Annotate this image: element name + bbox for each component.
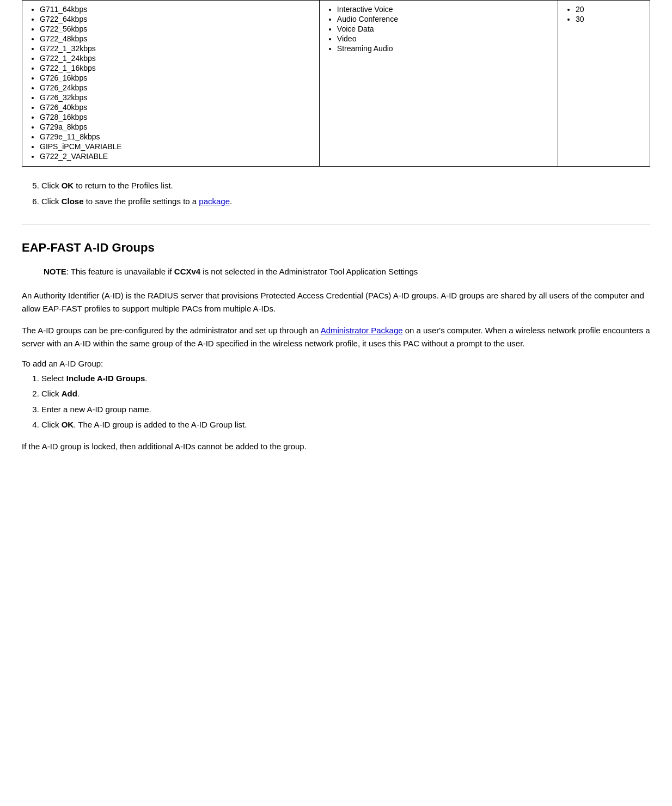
- codec-list-1: G711_64kbpsG722_64kbpsG722_56kbpsG722_48…: [29, 5, 313, 161]
- step-text: Click: [41, 389, 62, 398]
- list-item: G711_64kbps: [40, 5, 313, 14]
- list-item: Voice Data: [337, 25, 551, 33]
- note-box: NOTE: This feature is unavailable if CCX…: [44, 266, 650, 278]
- step-text: Select: [41, 374, 66, 383]
- section-divider: [22, 224, 650, 224]
- footer-note: If the A-ID group is locked, then additi…: [22, 440, 650, 453]
- ccxv4-bold: CCXv4: [174, 267, 200, 276]
- para2-start: The A-ID groups can be pre-configured by…: [22, 326, 321, 335]
- step6-end: .: [230, 197, 232, 206]
- codec-list-3: 2030: [565, 5, 643, 23]
- admin-package-link[interactable]: Administrator Package: [321, 326, 403, 335]
- list-item: GIPS_iPCM_VARIABLE: [40, 142, 313, 151]
- list-item: G726_24kbps: [40, 83, 313, 92]
- list-item: G722_48kbps: [40, 34, 313, 43]
- list-item: Click OK. The A-ID group is added to the…: [41, 419, 650, 431]
- list-item: Click Add.: [41, 388, 650, 400]
- list-item: G722_64kbps: [40, 15, 313, 23]
- list-item: G726_32kbps: [40, 93, 313, 102]
- codec-col3: 2030: [558, 1, 650, 167]
- step6-rest: to save the profile settings to a: [84, 197, 199, 206]
- note-label: NOTE: [44, 267, 66, 276]
- step-bold: OK: [62, 420, 74, 429]
- list-item: Audio Conference: [337, 15, 551, 23]
- list-item: Video: [337, 34, 551, 43]
- list-item: 30: [576, 15, 643, 23]
- list-item: 20: [576, 5, 643, 14]
- list-item: G728_16kbps: [40, 113, 313, 121]
- list-item: G722_1_24kbps: [40, 54, 313, 63]
- codec-col2: Interactive VoiceAudio ConferenceVoice D…: [319, 1, 558, 167]
- list-item: G722_2_VARIABLE: [40, 152, 313, 161]
- step5-rest: to return to the Profiles list.: [74, 181, 173, 190]
- list-item: Select Include A-ID Groups.: [41, 373, 650, 385]
- step-rest: .: [145, 374, 147, 383]
- list-item: G726_16kbps: [40, 74, 313, 82]
- list-item: Enter a new A-ID group name.: [41, 404, 650, 416]
- list-item: G722_1_16kbps: [40, 64, 313, 72]
- eap-fast-heading: EAP-FAST A-ID Groups: [22, 241, 650, 255]
- list-item: Streaming Audio: [337, 44, 551, 53]
- step-bold: Add: [62, 389, 77, 398]
- codec-col1: G711_64kbpsG722_64kbpsG722_56kbpsG722_48…: [22, 1, 320, 167]
- list-item: G722_56kbps: [40, 25, 313, 33]
- codec-table: G711_64kbpsG722_64kbpsG722_56kbpsG722_48…: [22, 0, 650, 167]
- list-item: G726_40kbps: [40, 103, 313, 112]
- step-text: Click: [41, 420, 62, 429]
- note-colon: : This feature is unavailable if: [66, 267, 174, 276]
- step6-text: Click: [41, 197, 62, 206]
- step5-text: Click: [41, 181, 62, 190]
- step5-bold: OK: [62, 181, 74, 190]
- step-rest: .: [77, 389, 80, 398]
- step-rest: . The A-ID group is added to the A-ID Gr…: [74, 420, 247, 429]
- add-aid-heading: To add an A-ID Group:: [22, 359, 650, 368]
- step-6: Click Close to save the profile settings…: [41, 196, 650, 208]
- para2: The A-ID groups can be pre-configured by…: [22, 324, 650, 350]
- package-link[interactable]: package: [199, 197, 230, 206]
- add-aid-steps: Select Include A-ID Groups.Click Add.Ent…: [22, 373, 650, 431]
- list-item: G722_1_32kbps: [40, 44, 313, 53]
- steps-list-bottom: Click OK to return to the Profiles list.…: [22, 180, 650, 207]
- para1: An Authority Identifier (A-ID) is the RA…: [22, 289, 650, 315]
- step-bold: Include A-ID Groups: [66, 374, 145, 383]
- list-item: G729e_11_8kbps: [40, 132, 313, 141]
- list-item: Interactive Voice: [337, 5, 551, 14]
- codec-list-2: Interactive VoiceAudio ConferenceVoice D…: [326, 5, 551, 53]
- step6-bold: Close: [62, 197, 84, 206]
- note-rest: is not selected in the Administrator Too…: [200, 267, 418, 276]
- step-5: Click OK to return to the Profiles list.: [41, 180, 650, 192]
- list-item: G729a_8kbps: [40, 123, 313, 131]
